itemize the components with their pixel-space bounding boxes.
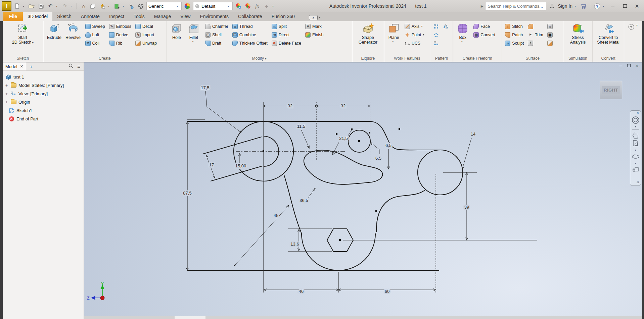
tab-sketch[interactable]: Sketch [52,12,76,21]
sweep-button[interactable]: Sweep [84,22,106,31]
close-button[interactable]: ✕ [632,2,642,10]
tab-3d-model[interactable]: 3D Model [23,12,52,21]
sketch-driven-pattern-button[interactable] [432,39,440,47]
dimension-texts[interactable]: 17,5 32 32 11,5 21,5 6,5 6,5 14 17 15,00… [183,85,475,294]
search-input[interactable] [485,2,546,10]
stitch-button[interactable]: ⋮Stitch [504,22,525,31]
freeform-face-button[interactable]: Face [472,22,497,31]
parameters-fx-icon[interactable]: fx [254,2,261,10]
new-file-icon[interactable] [13,2,21,10]
coil-button[interactable]: ≋Coil [84,39,106,47]
tab-collaborate[interactable]: Collaborate [233,12,267,21]
tree-item-model-states[interactable]: + Model States: [Primary] [3,81,84,90]
replace-face-button[interactable]: ▣ [546,31,554,39]
origin-expand-icon[interactable]: + [5,100,8,105]
tab-environments[interactable]: Environments [195,12,233,21]
graphics-window[interactable]: 17,5 32 32 11,5 21,5 6,5 6,5 14 17 15,00… [84,62,642,319]
patch-button[interactable]: Patch [504,31,525,39]
direct-button[interactable]: ⇥Direct [270,31,303,39]
stress-analysis-button[interactable]: StressAnalysis [567,22,589,45]
home-icon[interactable]: ⌂ [80,2,87,10]
canvas-scrollbar-thumb[interactable] [175,316,205,319]
extrude-button[interactable]: Extrude [45,22,64,40]
inventor-logo-icon[interactable]: I [2,1,11,11]
convert-to-sheet-metal-button[interactable]: Convert toSheet Metal [594,22,622,45]
rib-button[interactable]: Rib [108,39,133,47]
tab-fusion-360[interactable]: Fusion 360 [267,12,300,21]
doc-close-icon[interactable]: ✕ [635,63,639,68]
canvas-horizontal-scrollbar[interactable] [84,316,642,319]
tree-item-origin[interactable]: + Origin [3,98,84,106]
pan-icon[interactable] [630,130,641,139]
browser-add-tab-button[interactable]: + [26,64,36,69]
sign-in-person-icon[interactable] [548,2,556,10]
look-at-icon[interactable] [630,165,641,174]
sketch-points[interactable] [234,128,400,266]
finish-button[interactable]: Finish [304,31,325,39]
maximize-button[interactable] [620,2,630,10]
thread-button[interactable]: ≡Thread [231,22,269,31]
trim-button[interactable]: ✂Trim [526,31,545,39]
dimension-lines[interactable] [187,91,471,290]
browser-search-icon[interactable] [68,63,73,69]
combine-button[interactable]: ❏Combine [231,31,269,39]
navbar-close-icon[interactable]: ✕ [636,111,641,116]
tree-item-end-of-part[interactable]: ✕ End of Part [3,115,84,123]
iproperties-dropdown-icon[interactable]: ▾ [108,5,111,8]
open-icon[interactable] [28,2,35,10]
tab-file[interactable]: File [3,12,23,21]
sign-in-dropdown-icon[interactable]: ▾ [574,5,578,8]
add-quick-access-icon[interactable]: + [263,2,270,10]
new-file-dropdown-icon[interactable]: ▾ [23,5,26,8]
zoom-icon[interactable] [630,139,641,148]
decal-button[interactable]: Decal [134,22,158,31]
ribbon-display-toggle[interactable]: ▲ ▾ [309,15,322,20]
unwrap-button[interactable]: Unwrap [134,39,158,47]
appearance-combo[interactable]: Default ▾ [193,2,233,10]
minimize-button[interactable]: ─ [608,2,618,10]
help-dropdown-icon[interactable]: ▾ [603,5,606,8]
extend-surface-button[interactable]: ⤒ [526,39,545,47]
chamfer-button[interactable]: Chamfer [204,22,230,31]
draft-button[interactable]: Draft [204,39,230,47]
search-expand-icon[interactable]: ▶ [481,4,484,8]
sculpt-button[interactable]: ◕Sculpt [504,39,525,47]
sign-in-label[interactable]: Sign In [558,3,572,9]
emboss-button[interactable]: ✎Emboss [108,22,133,31]
shell-button[interactable]: ◳Shell [204,31,230,39]
undo-dropdown-icon[interactable]: ▾ [56,5,59,8]
tree-item-sketch1[interactable]: Sketch1 [3,106,84,115]
redo-icon[interactable]: ↷ [61,2,68,10]
app-store-cart-icon[interactable] [580,2,587,10]
circular-pattern-button[interactable] [432,31,440,39]
navigation-wheel-dropdown-icon[interactable]: ▾ [630,124,641,129]
orbit-dropdown-icon[interactable]: ▾ [630,161,641,165]
point-button[interactable]: Point▾ [403,31,427,39]
zoom-dropdown-icon[interactable]: ▾ [630,148,641,152]
update-icon[interactable] [113,2,121,10]
untrim-surface-button[interactable]: ⌂ [546,22,554,31]
view-expand-icon[interactable]: + [5,92,8,96]
material-combo[interactable]: Generic ▾ [146,2,182,10]
quick-access-dropdown-icon[interactable]: ▾ [272,5,275,8]
loft-button[interactable]: Loft [84,31,106,39]
render-wheel-icon[interactable] [137,2,144,10]
doc-restore-icon[interactable] [627,63,631,68]
model-states-expand-icon[interactable]: + [5,83,8,88]
tab-inspect[interactable]: Inspect [104,12,129,21]
fillet-button[interactable]: Fillet ▾ [185,22,202,43]
delete-face-button[interactable]: ✕Delete Face [270,39,303,47]
navigation-wheel-icon[interactable] [630,116,641,124]
ucs-button[interactable]: UCS [403,39,427,47]
color-wheel-icon[interactable] [184,2,191,10]
ribbon-collapse-button[interactable] [628,24,634,31]
viewcube-face-label[interactable]: RIGHT [602,86,620,94]
derive-button[interactable]: Derive [108,31,133,39]
hole-button[interactable]: Hole [168,22,185,40]
clear-appearance-icon[interactable] [244,2,251,10]
measure-icon[interactable] [128,2,135,10]
tab-tools[interactable]: Tools [129,12,149,21]
tab-view[interactable]: View [176,12,195,21]
mark-button[interactable]: ⚲Mark [304,22,325,31]
freeform-convert-button[interactable]: ▦Convert [472,31,497,39]
